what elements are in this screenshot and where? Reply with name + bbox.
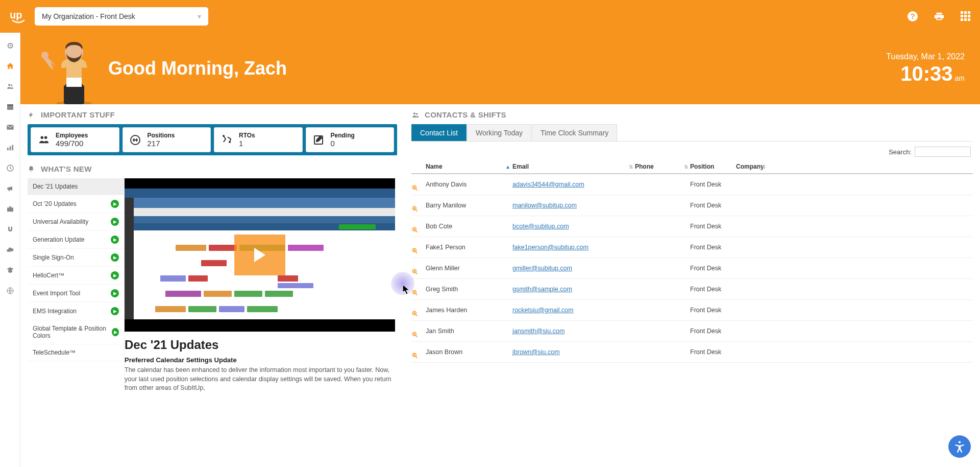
magnet-icon[interactable] [6,225,15,234]
organization-selector[interactable]: My Organization - Front Desk ▾ [35,7,208,26]
whats-new-item[interactable]: EMS Integration▶ [28,302,124,320]
contact-position: Front Desk [690,202,736,209]
accessibility-button[interactable] [948,435,971,458]
magnify-icon[interactable] [411,205,426,213]
people-icon[interactable] [6,82,15,91]
magnify-icon[interactable] [411,352,426,359]
table-row: Fake1 Personfake1person@subitup.comFront… [411,237,973,258]
contact-email[interactable]: bcote@subitup.com [512,223,635,230]
whats-new-item[interactable]: Dec '21 Updates [28,178,124,195]
column-header-company[interactable]: Company⇅ [736,163,768,170]
help-icon[interactable]: ? [906,10,919,22]
home-icon[interactable] [6,61,15,71]
mail-icon[interactable] [6,123,15,132]
stat-icon [312,134,325,146]
svg-rect-11 [968,18,970,21]
contact-email[interactable]: rocketsiu@gmail.com [512,307,635,314]
contact-email[interactable]: manilow@subitup.com [512,202,635,209]
apps-grid-icon[interactable] [960,10,972,22]
whats-new-item[interactable]: Global Template & Position Colors▶ [28,320,124,344]
whats-new-item[interactable]: Single Sign-On▶ [28,249,124,267]
whats-new-list: Dec '21 UpdatesOct '20 Updates▶Universal… [28,178,125,393]
whats-new-item[interactable]: TeleSchedule™ [28,344,124,361]
contact-email[interactable]: jansmith@siu.com [512,328,635,335]
important-stuff-header: IMPORTANT STUFF [28,110,397,119]
stat-card-rtos[interactable]: RTOs1 [214,127,303,152]
top-bar: up My Organization - Front Desk ▾ ? [0,0,980,33]
magnify-icon[interactable] [411,310,426,317]
contact-email[interactable]: gsmith@sample.com [512,286,635,293]
cloud-icon[interactable] [6,245,15,254]
contact-position: Front Desk [690,286,736,293]
svg-rect-37 [134,208,395,216]
tab-time-clock-summary[interactable]: Time Clock Summary [532,124,617,141]
column-header-name[interactable]: Name▲ [426,163,512,170]
magnify-icon[interactable] [411,268,426,275]
globe-icon[interactable] [6,286,15,295]
whats-new-item[interactable]: Oct '20 Updates▶ [28,195,124,213]
contact-email[interactable]: adavis34544@gmail.com [512,181,635,188]
stat-card-employees[interactable]: Employees499/700 [31,127,119,152]
magnify-icon[interactable] [411,289,426,296]
clock-icon[interactable] [6,164,15,173]
stat-card-positions[interactable]: Positions217 [122,127,211,152]
search-input[interactable] [915,147,971,157]
tab-contact-list[interactable]: Contact List [411,124,467,141]
gear-icon[interactable]: ⚙ [6,41,15,50]
svg-rect-48 [188,275,208,282]
svg-rect-50 [165,291,201,297]
arrow-right-icon: ▶ [111,218,119,226]
stats-bar: Employees499/700Positions217RTOs1Pending… [28,124,397,155]
whats-new-item[interactable]: HelloCert™▶ [28,267,124,285]
search-label: Search: [889,148,912,156]
svg-rect-46 [201,260,227,266]
whats-new-item[interactable]: Event Import Tool▶ [28,285,124,302]
svg-rect-42 [176,245,206,251]
stat-card-pending[interactable]: Pending0 [306,127,395,152]
magnify-icon[interactable] [411,226,426,233]
tab-working-today[interactable]: Working Today [467,124,531,141]
current-time: 10:33 [900,62,952,85]
svg-rect-18 [9,146,11,150]
whats-new-header: WHAT'S NEW [28,165,397,173]
stat-icon [129,134,141,146]
video-thumbnail[interactable] [125,178,395,332]
megaphone-icon[interactable] [6,184,15,193]
svg-point-75 [959,441,961,443]
contact-name: Bob Cote [426,223,512,230]
contact-name: Greg Smith [426,286,512,293]
contact-name: James Harden [426,307,512,314]
magnify-icon[interactable] [411,184,426,192]
table-row: Glenn Millergmiller@subitup.comFront Des… [411,258,973,279]
svg-point-28 [41,136,44,139]
calendar-icon[interactable] [6,102,15,111]
greeting-text: Good Morning, Zach [108,58,287,79]
contact-email[interactable]: fake1person@subitup.com [512,244,635,251]
chart-icon[interactable] [6,143,15,152]
column-header-email[interactable]: Email⇅ [512,163,635,170]
chevron-down-icon: ▾ [198,12,201,20]
svg-rect-34 [125,189,395,198]
magnify-icon[interactable] [411,247,426,254]
svg-rect-9 [961,18,963,21]
magnify-icon[interactable] [411,331,426,338]
people-icon [411,111,420,119]
whats-new-item[interactable]: Generation Update▶ [28,231,124,249]
graduation-icon[interactable] [6,266,15,275]
app-logo[interactable]: up [8,6,29,27]
stat-icon [37,134,50,146]
print-icon[interactable] [933,10,945,22]
svg-rect-25 [66,78,82,87]
play-button[interactable] [234,235,285,275]
contact-email[interactable]: gmiller@subitup.com [512,265,635,272]
arrow-right-icon: ▶ [111,200,119,208]
whats-new-item[interactable]: Universal Availability▶ [28,213,124,231]
svg-rect-5 [968,11,970,14]
column-header-phone[interactable]: Phone⇅ [635,163,690,170]
column-header-position[interactable]: Position [690,163,736,170]
briefcase-icon[interactable] [6,204,15,214]
contact-position: Front Desk [690,223,736,230]
contact-name: Fake1 Person [426,244,512,251]
contact-email[interactable]: jbrown@siu.com [512,348,635,356]
svg-point-12 [8,84,10,86]
